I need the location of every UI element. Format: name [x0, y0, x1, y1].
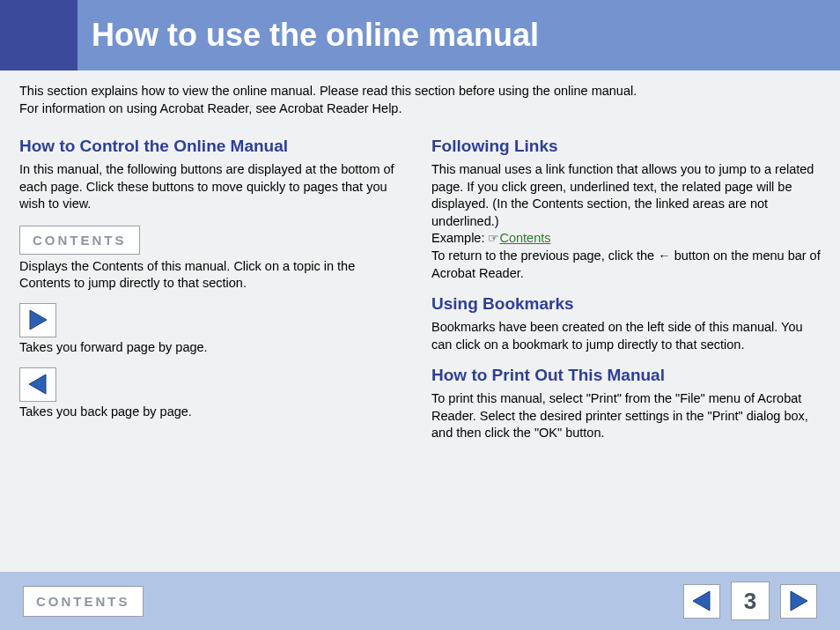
- forward-description: Takes you forward page by page.: [19, 339, 409, 357]
- next-page-button[interactable]: [780, 584, 817, 619]
- page-number: 3: [731, 582, 770, 620]
- intro-text: This section explains how to view the on…: [0, 70, 840, 124]
- heading-links: Following Links: [431, 137, 821, 156]
- control-paragraph: In this manual, the following buttons ar…: [19, 161, 409, 213]
- intro-line-1: This section explains how to view the on…: [19, 83, 821, 100]
- heading-control: How to Control the Online Manual: [19, 137, 409, 156]
- svg-marker-3: [791, 591, 807, 611]
- intro-line-2: For information on using Acrobat Reader,…: [19, 100, 821, 118]
- page-header: How to use the online manual: [0, 0, 840, 70]
- page-footer: CONTENTS 3: [0, 572, 840, 630]
- footer-nav-group: 3: [683, 582, 817, 620]
- print-paragraph: To print this manual, select "Print" fro…: [431, 390, 821, 442]
- links-text-b: To return to the previous page, click th…: [431, 248, 658, 263]
- links-text-a: This manual uses a link function that al…: [431, 162, 814, 228]
- page-title: How to use the online manual: [92, 17, 539, 54]
- svg-marker-2: [693, 591, 710, 611]
- content-columns: How to Control the Online Manual In this…: [0, 124, 840, 442]
- heading-bookmarks: Using Bookmarks: [431, 294, 821, 314]
- header-banner: How to use the online manual: [77, 0, 840, 70]
- forward-icon: [788, 589, 809, 612]
- contents-button-example[interactable]: CONTENTS: [19, 226, 140, 255]
- links-paragraph: This manual uses a link function that al…: [431, 161, 821, 282]
- example-label: Example:: [431, 231, 488, 245]
- back-icon: [691, 589, 712, 612]
- header-accent: [0, 0, 77, 70]
- contents-description: Displays the Contents of this manual. Cl…: [19, 258, 409, 293]
- bookmarks-paragraph: Bookmarks have been created on the left …: [431, 319, 821, 353]
- prev-page-button[interactable]: [683, 584, 720, 619]
- back-description: Takes you back page by page.: [19, 404, 409, 421]
- svg-marker-1: [29, 374, 46, 394]
- right-column: Following Links This manual uses a link …: [431, 124, 821, 442]
- example-link[interactable]: Contents: [499, 231, 550, 245]
- forward-button-example[interactable]: [19, 303, 56, 337]
- back-icon: [27, 373, 48, 396]
- left-column: How to Control the Online Manual In this…: [19, 124, 409, 442]
- forward-icon: [27, 308, 48, 331]
- svg-marker-0: [30, 310, 47, 330]
- contents-button[interactable]: CONTENTS: [23, 586, 144, 617]
- heading-print: How to Print Out This Manual: [431, 366, 821, 385]
- pointer-icon: ☞: [488, 231, 499, 245]
- back-button-example[interactable]: [19, 367, 56, 402]
- back-arrow-icon: ←: [658, 248, 671, 263]
